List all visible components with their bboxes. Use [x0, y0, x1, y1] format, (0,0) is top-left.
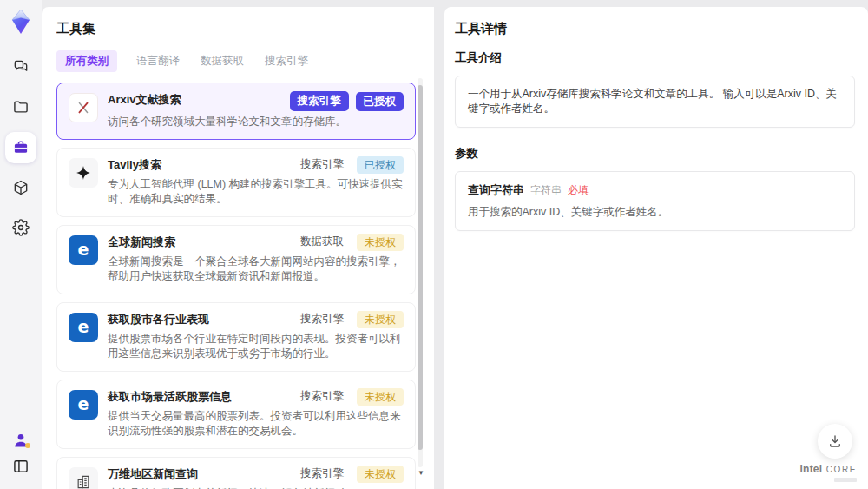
briefcase-icon[interactable] [5, 132, 36, 163]
app-logo-icon [7, 8, 35, 36]
sidebar [0, 0, 42, 489]
tool-body: 获取市场最活跃股票信息搜索引擎未授权提供当天交易量最高的股票列表。投资者可以利用… [108, 388, 404, 439]
tool-body: 万维地区新闻查询搜索引擎未授权查询具体行政区划内的新闻，快速了解各地新闻动 [108, 466, 404, 489]
category-badge: 搜索引擎 [300, 466, 344, 481]
tool-tags: 搜索引擎未授权 [300, 466, 404, 483]
details-panel-title: 工具详情 [455, 21, 855, 37]
details-panel: 工具详情 工具介绍 一个用于从Arxiv存储库搜索科学论文和文章的工具。 输入可… [444, 7, 868, 489]
tool-description: 访问各个研究领域大量科学论文和文章的存储库。 [108, 115, 404, 130]
brand-intel: intel [800, 463, 823, 475]
tools-panel-title: 工具集 [56, 21, 413, 37]
tab-1[interactable]: 所有类别 [56, 50, 117, 72]
tool-name: 全球新闻搜索 [108, 234, 300, 249]
tool-tags: 数据获取未授权 [300, 234, 404, 251]
tool-card[interactable]: Arxiv文献搜索搜索引擎已授权访问各个研究领域大量科学论文和文章的存储库。 [56, 83, 416, 140]
layout-panel-icon[interactable] [12, 458, 30, 475]
auth-badge: 已授权 [356, 92, 404, 111]
folder-icon[interactable] [12, 98, 30, 116]
intro-text: 一个用于从Arxiv存储库搜索科学论文和文章的工具。 输入可以是Arxiv ID… [468, 87, 842, 116]
category-badge: 搜索引擎 [290, 91, 349, 111]
tool-tags: 搜索引擎未授权 [300, 311, 404, 328]
chat-icon[interactable] [12, 58, 30, 76]
param-type: 字符串 [530, 183, 562, 198]
tool-card[interactable]: e全球新闻搜索数据获取未授权全球新闻搜索是一个聚合全球各大新闻网站内容的搜索引擎… [56, 225, 416, 294]
download-button[interactable] [818, 424, 852, 459]
tool-tags: 搜索引擎未授权 [300, 388, 404, 406]
params-heading: 参数 [455, 146, 855, 162]
scroll-down-icon[interactable]: ▼ [418, 470, 424, 477]
tool-name: 获取股市各行业表现 [108, 311, 300, 327]
tool-card[interactable]: Tavily搜索搜索引擎已授权专为人工智能代理 (LLM) 构建的搜索引擎工具。… [56, 148, 416, 217]
tool-body: 全球新闻搜索数据获取未授权全球新闻搜索是一个聚合全球各大新闻网站内容的搜索引擎，… [108, 234, 404, 285]
tab-2[interactable]: 语言翻译 [135, 50, 181, 72]
param-row: 查询字符串字符串必填用于搜索的Arxiv ID、关键字或作者姓名。 [468, 182, 842, 220]
brand-core: CORE [826, 465, 857, 474]
param-required-badge: 必填 [568, 183, 589, 198]
app-window: 工具集 所有类别语言翻译数据获取搜索引擎 Arxiv文献搜索搜索引擎已授权访问各… [0, 0, 868, 489]
tool-description: 提供股票市场各个行业在特定时间段内的表现。投资者可以利用这些信息来识别表现优于或… [108, 332, 404, 362]
category-badge: 数据获取 [300, 235, 344, 249]
tavily-star-icon [69, 158, 98, 188]
tool-name: Arxiv文献搜索 [108, 91, 290, 107]
intel-core-logo: intel CORE [800, 462, 857, 482]
tool-card[interactable]: e获取市场最活跃股票信息搜索引擎未授权提供当天交易量最高的股票列表。投资者可以利… [56, 380, 416, 449]
tools-panel: 工具集 所有类别语言翻译数据获取搜索引擎 Arxiv文献搜索搜索引擎已授权访问各… [42, 7, 434, 489]
tool-name: Tavily搜索 [108, 156, 300, 172]
category-badge: 搜索引擎 [300, 312, 344, 327]
param-name: 查询字符串 [468, 182, 524, 198]
tool-name: 获取市场最活跃股票信息 [108, 388, 300, 404]
param-list: 查询字符串字符串必填用于搜索的Arxiv ID、关键字或作者姓名。 [468, 182, 842, 220]
tool-description: 提供当天交易量最高的股票列表。投资者可以利用这些信息来识别流动性强的股票和潜在的… [108, 409, 404, 439]
globe-news-icon: e [69, 390, 98, 420]
download-icon [827, 433, 843, 449]
category-badge: 搜索引擎 [300, 389, 344, 404]
tool-description: 查询具体行政区划内的新闻，快速了解各地新闻动 [108, 486, 404, 489]
tab-3[interactable]: 数据获取 [199, 50, 246, 72]
user-icon[interactable] [12, 432, 30, 449]
tool-name: 万维地区新闻查询 [108, 466, 300, 481]
tool-body: Arxiv文献搜索搜索引擎已授权访问各个研究领域大量科学论文和文章的存储库。 [108, 91, 404, 130]
auth-badge: 未授权 [357, 466, 404, 483]
arxiv-logo-icon [69, 93, 98, 122]
globe-news-icon: e [69, 313, 98, 342]
tool-body: Tavily搜索搜索引擎已授权专为人工智能代理 (LLM) 构建的搜索引擎工具。… [108, 156, 404, 208]
intro-heading: 工具介绍 [455, 50, 855, 66]
auth-badge: 未授权 [357, 311, 404, 328]
tool-card[interactable]: 万维地区新闻查询搜索引擎未授权查询具体行政区划内的新闻，快速了解各地新闻动 [56, 457, 416, 489]
tool-description: 全球新闻搜索是一个聚合全球各大新闻网站内容的搜索引擎，帮助用户快速获取全球最新资… [108, 254, 404, 285]
tool-tags: 搜索引擎已授权 [290, 91, 404, 111]
auth-badge: 未授权 [357, 388, 404, 406]
cube-icon[interactable] [12, 179, 30, 196]
status-dot [25, 443, 30, 448]
category-tabs: 所有类别语言翻译数据获取搜索引擎 [56, 50, 413, 72]
tool-card[interactable]: e获取股市各行业表现搜索引擎未授权提供股票市场各个行业在特定时间段内的表现。投资… [56, 302, 416, 372]
tool-tags: 搜索引擎已授权 [300, 156, 404, 174]
category-badge: 搜索引擎 [300, 157, 344, 172]
scrollbar-track[interactable] [418, 78, 423, 467]
newspaper-icon [69, 467, 98, 489]
intro-box: 一个用于从Arxiv存储库搜索科学论文和文章的工具。 输入可以是Arxiv ID… [455, 76, 855, 128]
param-description: 用于搜索的Arxiv ID、关键字或作者姓名。 [468, 205, 842, 220]
tool-description: 专为人工智能代理 (LLM) 构建的搜索引擎工具。可快速提供实时、准确和真实的结… [108, 177, 404, 208]
tool-body: 获取股市各行业表现搜索引擎未授权提供股票市场各个行业在特定时间段内的表现。投资者… [108, 311, 404, 362]
auth-badge: 已授权 [357, 156, 404, 174]
tool-list: Arxiv文献搜索搜索引擎已授权访问各个研究领域大量科学论文和文章的存储库。Ta… [56, 83, 416, 489]
gear-icon[interactable] [12, 219, 30, 236]
scrollbar-thumb[interactable] [418, 85, 423, 450]
params-box: 查询字符串字符串必填用于搜索的Arxiv ID、关键字或作者姓名。 [455, 171, 855, 231]
globe-news-icon: e [69, 235, 98, 265]
auth-badge: 未授权 [357, 234, 404, 251]
tab-4[interactable]: 搜索引擎 [263, 50, 310, 72]
brand-subtext-bar [834, 478, 857, 482]
